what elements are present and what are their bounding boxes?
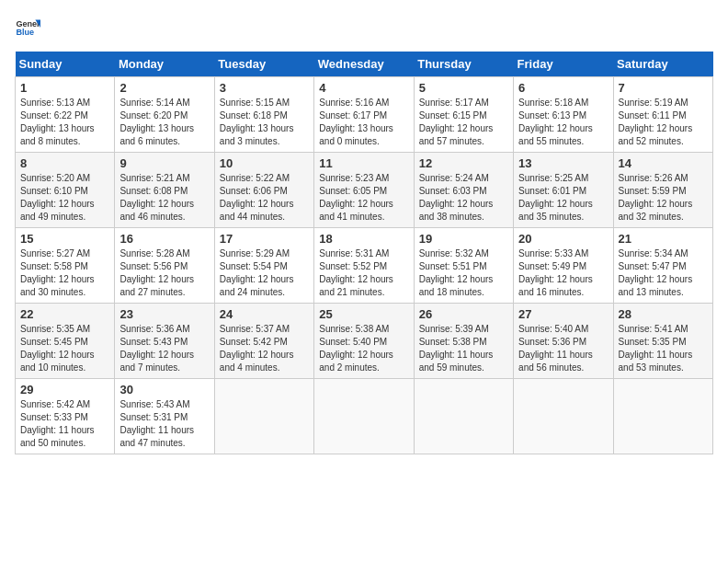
logo-icon: General Blue <box>15 15 40 40</box>
day-number: 14 <box>619 156 708 170</box>
day-info: Sunrise: 5:29 AMSunset: 5:54 PMDaylight:… <box>220 247 309 299</box>
weekday-header-thursday: Thursday <box>414 52 513 77</box>
calendar-cell: 8 Sunrise: 5:20 AMSunset: 6:10 PMDayligh… <box>16 153 115 228</box>
calendar-cell: 1 Sunrise: 5:13 AMSunset: 6:22 PMDayligh… <box>16 77 115 153</box>
calendar-cell: 9 Sunrise: 5:21 AMSunset: 6:08 PMDayligh… <box>115 153 214 228</box>
calendar-cell: 19 Sunrise: 5:32 AMSunset: 5:51 PMDaylig… <box>414 228 513 304</box>
calendar-cell: 5 Sunrise: 5:17 AMSunset: 6:15 PMDayligh… <box>414 77 513 153</box>
day-info: Sunrise: 5:37 AMSunset: 5:42 PMDaylight:… <box>220 323 309 374</box>
day-info: Sunrise: 5:31 AMSunset: 5:52 PMDaylight:… <box>319 247 408 299</box>
calendar-cell: 15 Sunrise: 5:27 AMSunset: 5:58 PMDaylig… <box>16 228 115 304</box>
day-number: 10 <box>220 156 309 170</box>
day-number: 11 <box>319 156 408 170</box>
calendar-cell: 7 Sunrise: 5:19 AMSunset: 6:11 PMDayligh… <box>613 77 712 153</box>
calendar-cell <box>314 379 414 454</box>
day-info: Sunrise: 5:35 AMSunset: 5:45 PMDaylight:… <box>20 323 109 374</box>
day-info: Sunrise: 5:15 AMSunset: 6:18 PMDaylight:… <box>220 97 309 148</box>
calendar-cell: 30 Sunrise: 5:43 AMSunset: 5:31 PMDaylig… <box>115 379 214 454</box>
day-number: 19 <box>419 232 508 246</box>
calendar-cell <box>414 379 513 454</box>
day-info: Sunrise: 5:26 AMSunset: 5:59 PMDaylight:… <box>619 172 708 224</box>
calendar-cell: 4 Sunrise: 5:16 AMSunset: 6:17 PMDayligh… <box>314 77 414 153</box>
day-number: 26 <box>419 307 508 321</box>
calendar-cell: 25 Sunrise: 5:38 AMSunset: 5:40 PMDaylig… <box>314 304 414 379</box>
calendar-cell: 3 Sunrise: 5:15 AMSunset: 6:18 PMDayligh… <box>214 77 313 153</box>
calendar-cell: 2 Sunrise: 5:14 AMSunset: 6:20 PMDayligh… <box>115 77 214 153</box>
day-info: Sunrise: 5:21 AMSunset: 6:08 PMDaylight:… <box>119 172 209 224</box>
day-info: Sunrise: 5:23 AMSunset: 6:05 PMDaylight:… <box>319 172 408 224</box>
day-number: 29 <box>20 383 109 396</box>
calendar-cell <box>214 379 313 454</box>
calendar-cell: 22 Sunrise: 5:35 AMSunset: 5:45 PMDaylig… <box>16 304 115 379</box>
calendar-cell: 18 Sunrise: 5:31 AMSunset: 5:52 PMDaylig… <box>314 228 414 304</box>
day-number: 20 <box>518 232 608 246</box>
day-number: 5 <box>419 81 508 95</box>
day-number: 30 <box>119 383 209 396</box>
day-info: Sunrise: 5:34 AMSunset: 5:47 PMDaylight:… <box>619 247 708 299</box>
day-number: 2 <box>119 81 209 95</box>
day-info: Sunrise: 5:22 AMSunset: 6:06 PMDaylight:… <box>220 172 309 224</box>
day-info: Sunrise: 5:25 AMSunset: 6:01 PMDaylight:… <box>518 172 608 224</box>
day-number: 27 <box>518 307 608 321</box>
day-number: 1 <box>20 81 109 95</box>
weekday-header-friday: Friday <box>514 52 613 77</box>
page-header: General Blue <box>15 15 713 40</box>
day-number: 24 <box>220 307 309 321</box>
day-info: Sunrise: 5:40 AMSunset: 5:36 PMDaylight:… <box>518 323 608 374</box>
day-number: 17 <box>220 232 309 246</box>
calendar-cell: 20 Sunrise: 5:33 AMSunset: 5:49 PMDaylig… <box>514 228 613 304</box>
calendar-cell: 17 Sunrise: 5:29 AMSunset: 5:54 PMDaylig… <box>214 228 313 304</box>
calendar-cell: 27 Sunrise: 5:40 AMSunset: 5:36 PMDaylig… <box>514 304 613 379</box>
weekday-header-monday: Monday <box>115 52 214 77</box>
day-number: 28 <box>619 307 708 321</box>
calendar-cell: 11 Sunrise: 5:23 AMSunset: 6:05 PMDaylig… <box>314 153 414 228</box>
weekday-header-saturday: Saturday <box>613 52 712 77</box>
calendar-cell: 24 Sunrise: 5:37 AMSunset: 5:42 PMDaylig… <box>214 304 313 379</box>
calendar-cell: 29 Sunrise: 5:42 AMSunset: 5:33 PMDaylig… <box>16 379 115 454</box>
logo: General Blue <box>15 15 40 40</box>
day-number: 23 <box>119 307 209 321</box>
day-info: Sunrise: 5:33 AMSunset: 5:49 PMDaylight:… <box>518 247 608 299</box>
weekday-header-sunday: Sunday <box>16 52 115 77</box>
calendar-cell: 13 Sunrise: 5:25 AMSunset: 6:01 PMDaylig… <box>514 153 613 228</box>
day-number: 18 <box>319 232 408 246</box>
day-number: 12 <box>419 156 508 170</box>
day-info: Sunrise: 5:17 AMSunset: 6:15 PMDaylight:… <box>419 97 508 148</box>
day-info: Sunrise: 5:20 AMSunset: 6:10 PMDaylight:… <box>20 172 109 224</box>
calendar-cell <box>514 379 613 454</box>
day-number: 7 <box>619 81 708 95</box>
calendar-cell: 28 Sunrise: 5:41 AMSunset: 5:35 PMDaylig… <box>613 304 712 379</box>
day-number: 25 <box>319 307 408 321</box>
day-info: Sunrise: 5:41 AMSunset: 5:35 PMDaylight:… <box>619 323 708 374</box>
svg-text:Blue: Blue <box>16 28 34 37</box>
day-info: Sunrise: 5:18 AMSunset: 6:13 PMDaylight:… <box>518 97 608 148</box>
day-number: 21 <box>619 232 708 246</box>
calendar-cell: 23 Sunrise: 5:36 AMSunset: 5:43 PMDaylig… <box>115 304 214 379</box>
day-number: 8 <box>20 156 109 170</box>
calendar-cell <box>613 379 712 454</box>
day-info: Sunrise: 5:13 AMSunset: 6:22 PMDaylight:… <box>20 97 109 148</box>
day-info: Sunrise: 5:14 AMSunset: 6:20 PMDaylight:… <box>119 97 209 148</box>
day-number: 13 <box>518 156 608 170</box>
day-info: Sunrise: 5:16 AMSunset: 6:17 PMDaylight:… <box>319 97 408 148</box>
calendar-cell: 26 Sunrise: 5:39 AMSunset: 5:38 PMDaylig… <box>414 304 513 379</box>
day-number: 4 <box>319 81 408 95</box>
day-info: Sunrise: 5:38 AMSunset: 5:40 PMDaylight:… <box>319 323 408 374</box>
weekday-header-wednesday: Wednesday <box>314 52 414 77</box>
day-number: 15 <box>20 232 109 246</box>
calendar-cell: 21 Sunrise: 5:34 AMSunset: 5:47 PMDaylig… <box>613 228 712 304</box>
calendar-cell: 12 Sunrise: 5:24 AMSunset: 6:03 PMDaylig… <box>414 153 513 228</box>
day-info: Sunrise: 5:36 AMSunset: 5:43 PMDaylight:… <box>119 323 209 374</box>
day-info: Sunrise: 5:39 AMSunset: 5:38 PMDaylight:… <box>419 323 508 374</box>
day-info: Sunrise: 5:32 AMSunset: 5:51 PMDaylight:… <box>419 247 508 299</box>
calendar-table: SundayMondayTuesdayWednesdayThursdayFrid… <box>15 52 713 454</box>
day-info: Sunrise: 5:19 AMSunset: 6:11 PMDaylight:… <box>619 97 708 148</box>
day-info: Sunrise: 5:42 AMSunset: 5:33 PMDaylight:… <box>20 398 109 450</box>
day-number: 6 <box>518 81 608 95</box>
day-number: 9 <box>119 156 209 170</box>
day-number: 3 <box>220 81 309 95</box>
calendar-cell: 10 Sunrise: 5:22 AMSunset: 6:06 PMDaylig… <box>214 153 313 228</box>
day-info: Sunrise: 5:24 AMSunset: 6:03 PMDaylight:… <box>419 172 508 224</box>
day-info: Sunrise: 5:27 AMSunset: 5:58 PMDaylight:… <box>20 247 109 299</box>
day-info: Sunrise: 5:28 AMSunset: 5:56 PMDaylight:… <box>119 247 209 299</box>
